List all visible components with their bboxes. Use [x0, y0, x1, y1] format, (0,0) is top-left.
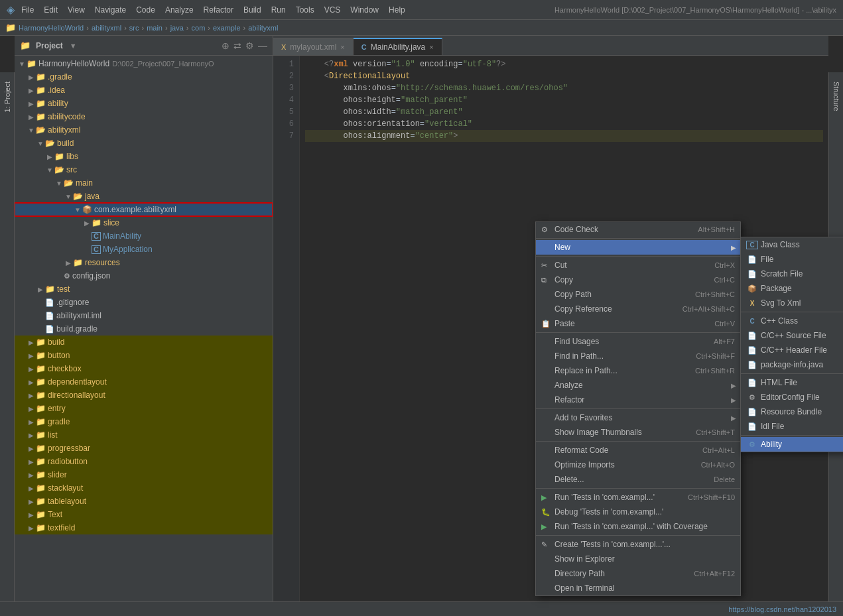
sub-java-class[interactable]: C Java Class — [741, 237, 843, 252]
ctx-show-thumbnails[interactable]: Show Image Thumbnails Ctrl+Shift+T — [536, 425, 740, 440]
project-vertical-tab[interactable]: 1: Project — [0, 72, 15, 616]
tree-item-libs[interactable]: ▶ 📁 libs — [15, 150, 273, 163]
tab-close-mylayout[interactable]: × — [340, 43, 344, 51]
menu-file[interactable]: File — [21, 5, 34, 15]
tree-item-ability[interactable]: ▶ 📁 ability — [15, 97, 273, 110]
menu-build[interactable]: Build — [243, 5, 261, 15]
sub-editorconfig[interactable]: ⚙ EditorConfig File — [741, 390, 843, 404]
sync-icon[interactable]: ⇄ — [233, 40, 241, 51]
tree-item-package[interactable]: ▼ 📦 com.example.abilityxml — [15, 203, 273, 216]
bc-item-2[interactable]: src — [129, 24, 139, 32]
bc-item-3[interactable]: main — [147, 24, 162, 32]
ctx-analyze[interactable]: Analyze — [536, 378, 740, 393]
tree-item-abilityxml[interactable]: ▼ 📂 abilityxml — [15, 123, 273, 137]
sub-file[interactable]: 📄 File — [741, 252, 843, 267]
ctx-reformat[interactable]: Reformat Code Ctrl+Alt+L — [536, 443, 740, 458]
ctx-new[interactable]: New — [536, 240, 740, 255]
tree-item-textfield[interactable]: ▶ 📁 textfield — [15, 521, 273, 534]
ctx-add-favorites[interactable]: Add to Favorites — [536, 410, 740, 425]
sub-idl[interactable]: 📄 Idl File — [741, 419, 843, 434]
tab-mainability[interactable]: C MainAbility.java × — [354, 38, 442, 55]
tree-item-gradle[interactable]: ▶ 📁 .gradle — [15, 70, 273, 84]
tree-item-Text[interactable]: ▶ 📁 Text — [15, 508, 273, 521]
tree-item-iml[interactable]: 📄 abilityxml.iml — [15, 309, 273, 322]
bc-item-4[interactable]: java — [170, 24, 184, 32]
menu-run[interactable]: Run — [271, 5, 286, 15]
sub-scratch[interactable]: 📄 Scratch File Ctrl+Alt+Shift+Insert — [741, 267, 843, 281]
tree-item-mainability[interactable]: C MainAbility — [15, 229, 273, 243]
tree-item-resources[interactable]: ▶ 📁 resources — [15, 256, 273, 269]
ctx-cut[interactable]: ✂ Cut Ctrl+X — [536, 258, 740, 273]
tree-item-tablelayout[interactable]: ▶ 📁 tablelayout — [15, 495, 273, 508]
menu-edit[interactable]: Edit — [44, 5, 58, 15]
tree-item-directionallayout[interactable]: ▶ 📁 directionallayout — [15, 389, 273, 402]
ctx-copy-ref[interactable]: Copy Reference Ctrl+Alt+Shift+C — [536, 302, 740, 316]
ctx-show-explorer[interactable]: Show in Explorer — [536, 552, 740, 566]
bc-item-7[interactable]: abilityxml — [248, 24, 278, 32]
menu-tools[interactable]: Tools — [296, 5, 314, 15]
menu-window[interactable]: Window — [350, 5, 379, 15]
ctx-create-tests[interactable]: ✎ Create 'Tests in 'com.exampl...'... — [536, 537, 740, 552]
bc-item-6[interactable]: example — [213, 24, 241, 32]
ctx-directory-path[interactable]: Directory Path Ctrl+Alt+F12 — [536, 566, 740, 581]
tree-item-java[interactable]: ▼ 📂 java — [15, 190, 273, 203]
tree-item-test[interactable]: ▶ 📁 test — [15, 282, 273, 296]
ctx-code-check[interactable]: ⚙ Code Check Alt+Shift+H — [536, 222, 740, 237]
ctx-delete[interactable]: Delete... Delete — [536, 472, 740, 487]
sub-package[interactable]: 📦 Package — [741, 281, 843, 296]
sub-html[interactable]: 📄 HTML File — [741, 375, 843, 390]
ctx-open-terminal[interactable]: Open in Terminal — [536, 581, 740, 595]
ctx-run-tests[interactable]: ▶ Run 'Tests in 'com.exampl...' Ctrl+Shi… — [536, 490, 740, 505]
ctx-replace-in-path[interactable]: Replace in Path... Ctrl+Shift+R — [536, 363, 740, 378]
menu-help[interactable]: Help — [389, 5, 405, 15]
tree-item-stacklayut[interactable]: ▶ 📁 stacklayut — [15, 481, 273, 495]
project-tab-label[interactable]: 1: Project — [1, 76, 13, 117]
ctx-find-usages[interactable]: Find Usages Alt+F7 — [536, 334, 740, 349]
tree-item-checkbox[interactable]: ▶ 📁 checkbox — [15, 362, 273, 375]
tree-item-gradle-top[interactable]: ▶ 📁 gradle — [15, 415, 273, 428]
ctx-debug-tests[interactable]: 🐛 Debug 'Tests in 'com.exampl...' — [536, 505, 740, 519]
tree-item-entry[interactable]: ▶ 📁 entry — [15, 402, 273, 415]
structure-tab-label[interactable]: Structure — [830, 76, 842, 117]
tree-item-dependentlayout[interactable]: ▶ 📁 dependentlayout — [15, 375, 273, 389]
tree-item-build-inner[interactable]: ▼ 📂 build — [15, 137, 273, 150]
menu-view[interactable]: View — [68, 5, 85, 15]
dropdown-icon[interactable]: ▼ — [70, 42, 77, 50]
tree-item-src[interactable]: ▼ 📂 src — [15, 163, 273, 176]
menu-navigate[interactable]: Navigate — [95, 5, 126, 15]
bc-item-0[interactable]: HarmonyHelloWorld — [19, 24, 84, 32]
ctx-copy[interactable]: ⧉ Copy Ctrl+C — [536, 273, 740, 287]
ctx-paste[interactable]: 📋 Paste Ctrl+V — [536, 316, 740, 331]
menu-vcs[interactable]: VCS — [324, 5, 341, 15]
tree-item-button[interactable]: ▶ 📁 button — [15, 349, 273, 362]
tree-item-main[interactable]: ▼ 📂 main — [15, 176, 273, 190]
menu-refactor[interactable]: Refactor — [204, 5, 233, 15]
ctx-run-coverage[interactable]: ▶ Run 'Tests in 'com.exampl...' with Cov… — [536, 519, 740, 534]
ctx-refactor[interactable]: Refactor — [536, 393, 740, 407]
sub-cpp-header[interactable]: 📄 C/C++ Header File — [741, 343, 843, 357]
tree-item-idea[interactable]: ▶ 📁 .idea — [15, 84, 273, 97]
tree-item-config[interactable]: ⚙ config.json — [15, 269, 273, 282]
tab-close-mainability[interactable]: × — [429, 43, 433, 51]
sub-ability[interactable]: ⚙ Ability — [741, 437, 843, 452]
bc-item-1[interactable]: abilityxml — [92, 24, 121, 32]
tree-item-myapplication[interactable]: C MyApplication — [15, 243, 273, 256]
tree-item-progressbar[interactable]: ▶ 📁 progressbar — [15, 442, 273, 455]
tree-item-list[interactable]: ▶ 📁 list — [15, 428, 273, 442]
tab-mylayout[interactable]: X mylayout.xml × — [273, 38, 354, 55]
sub-resource-bundle[interactable]: 📄 Resource Bundle — [741, 404, 843, 419]
tree-item-gitignore[interactable]: 📄 .gitignore — [15, 296, 273, 309]
tree-item-radiobutton[interactable]: ▶ 📁 radiobutton — [15, 455, 273, 468]
tree-item-buildgradle[interactable]: 📄 build.gradle — [15, 322, 273, 336]
tree-item-slider[interactable]: ▶ 📁 slider — [15, 468, 273, 481]
bc-item-5[interactable]: com — [192, 24, 206, 32]
ctx-copy-path[interactable]: Copy Path Ctrl+Shift+C — [536, 287, 740, 302]
collapse-icon[interactable]: — — [258, 40, 267, 51]
sub-package-info[interactable]: 📄 package-info.java — [741, 357, 843, 372]
settings-icon[interactable]: ⚙ — [245, 40, 254, 51]
sub-svg-xml[interactable]: X Svg To Xml — [741, 296, 843, 310]
menu-code[interactable]: Code — [136, 5, 155, 15]
sub-cpp-class[interactable]: C C++ Class — [741, 314, 843, 328]
tree-item-root[interactable]: ▼ 📁 HarmonyHelloWorld D:\002_Project\007… — [15, 57, 273, 70]
add-icon[interactable]: ⊕ — [222, 40, 229, 51]
